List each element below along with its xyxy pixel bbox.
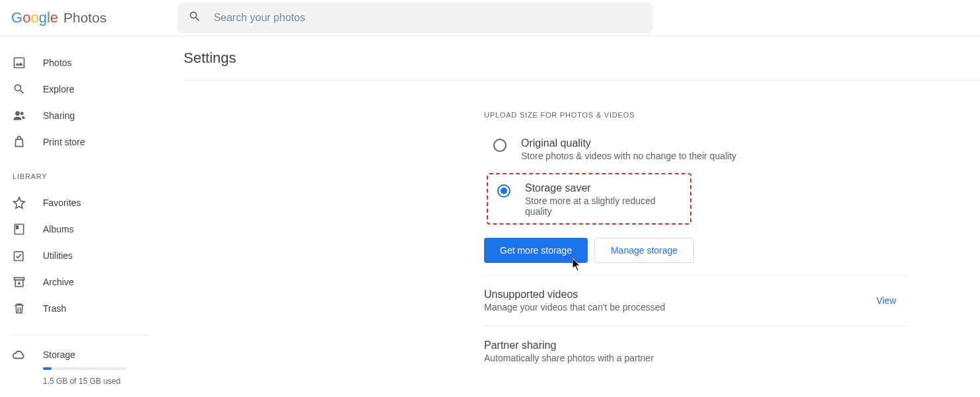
check-icon — [11, 249, 27, 262]
sidebar-item-favorites[interactable]: Favorites — [11, 190, 170, 216]
setting-partner-sharing: Partner sharing Automatically share phot… — [484, 326, 907, 377]
view-link[interactable]: View — [876, 295, 896, 306]
photo-icon — [11, 56, 27, 69]
star-icon — [11, 196, 27, 209]
sidebar-item-label: Explore — [43, 84, 74, 94]
archive-icon — [11, 275, 27, 289]
radio-original-quality[interactable]: Original quality Store photos & videos w… — [484, 135, 907, 172]
svg-point-3 — [20, 112, 24, 115]
setting-desc: Manage your videos that can't be process… — [484, 302, 665, 312]
sidebar-item-photos[interactable]: Photos — [11, 50, 170, 76]
radio-title: Original quality — [521, 137, 736, 149]
svg-text:Google: Google — [11, 10, 58, 26]
setting-unsupported-videos: Unsupported videos Manage your videos th… — [484, 275, 907, 326]
sidebar-item-label: Trash — [43, 303, 66, 314]
app-logo[interactable]: Google Photos — [11, 10, 106, 26]
radio-title: Storage saver — [525, 182, 682, 194]
section-heading: UPLOAD SIZE FOR PHOTOS & VIDEOS — [484, 111, 907, 119]
sidebar-item-sharing[interactable]: Sharing — [11, 102, 170, 129]
search-bar[interactable] — [178, 3, 653, 33]
divider — [11, 335, 150, 336]
setting-title: Partner sharing — [484, 340, 654, 351]
app-header: Google Photos — [0, 0, 980, 36]
radio-button[interactable] — [493, 139, 507, 152]
app-name: Photos — [63, 10, 106, 26]
people-icon — [11, 109, 27, 122]
sidebar-item-trash[interactable]: Trash — [11, 295, 170, 322]
sidebar-section-label: LIBRARY — [13, 172, 170, 180]
sidebar-item-label: Sharing — [43, 110, 75, 121]
sidebar-item-label: Print store — [43, 137, 85, 147]
trash-icon — [11, 302, 27, 315]
radio-desc: Store more at a slightly reduced quality — [525, 196, 682, 217]
cloud-icon — [11, 347, 27, 362]
svg-rect-5 — [17, 226, 18, 229]
search-icon — [11, 83, 27, 96]
sidebar-item-albums[interactable]: Albums — [11, 216, 170, 242]
page-title: Settings — [184, 50, 980, 81]
main-content: Settings UPLOAD SIZE FOR PHOTOS & VIDEOS… — [170, 36, 980, 397]
get-more-storage-button[interactable]: Get more storage — [484, 238, 588, 263]
sidebar-item-utilities[interactable]: Utilities — [11, 242, 170, 269]
svg-rect-6 — [15, 252, 23, 260]
radio-button[interactable] — [497, 184, 510, 198]
setting-desc: Automatically share photos with a partne… — [484, 353, 654, 363]
sidebar-item-label: Favorites — [43, 198, 81, 208]
storage-label: Storage — [43, 349, 75, 360]
sidebar: Photos Explore Sharing Print store LIBRA… — [0, 36, 170, 397]
search-input[interactable] — [213, 12, 643, 24]
sidebar-item-explore[interactable]: Explore — [11, 76, 170, 102]
sidebar-item-archive[interactable]: Archive — [11, 269, 170, 295]
setting-title: Unsupported videos — [484, 289, 665, 301]
bag-icon — [11, 135, 27, 149]
album-icon — [11, 223, 27, 236]
radio-storage-saver[interactable]: Storage saver Store more at a slightly r… — [487, 173, 691, 225]
svg-point-2 — [15, 111, 20, 116]
sidebar-item-label: Archive — [43, 277, 74, 287]
search-icon — [188, 10, 201, 26]
storage-usage-text: 1.5 GB of 15 GB used — [43, 377, 170, 386]
storage-progress — [43, 367, 126, 370]
radio-desc: Store photos & videos with no change to … — [521, 151, 736, 161]
sidebar-item-label: Albums — [43, 224, 74, 235]
sidebar-item-label: Photos — [43, 57, 72, 68]
storage-block[interactable]: Storage 1.5 GB of 15 GB used — [11, 347, 170, 386]
svg-rect-1 — [15, 58, 24, 68]
manage-storage-button[interactable]: Manage storage — [594, 238, 694, 263]
sidebar-item-printstore[interactable]: Print store — [11, 129, 170, 155]
sidebar-item-label: Utilities — [43, 250, 73, 261]
